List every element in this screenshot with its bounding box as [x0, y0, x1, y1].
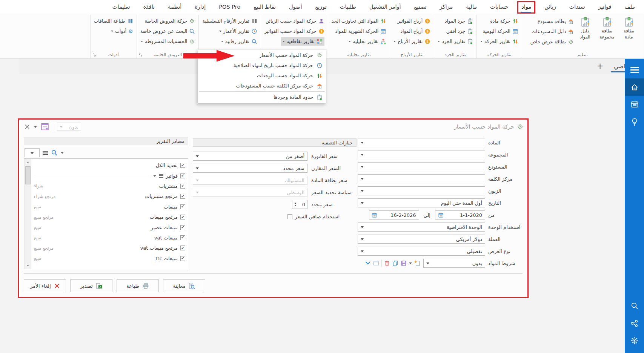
search-special-offers-button[interactable]: البحث عن عروض خاصة — [140, 26, 195, 36]
menu-item-materials-active[interactable]: مواد — [521, 4, 531, 10]
menu-item-orders[interactable]: طلبيات — [340, 4, 356, 10]
cancel-button[interactable]: إلغاء الأمر — [24, 279, 66, 292]
menu-item-file[interactable]: ملف — [624, 4, 635, 10]
menu-item-distribution[interactable]: توزيع — [315, 4, 326, 10]
sources-dropdown-button[interactable] — [25, 148, 40, 157]
add-tab-button[interactable]: + — [594, 62, 607, 70]
menu-item-customers[interactable]: زبائن — [544, 4, 556, 10]
source-row-sales[interactable]: مبيعاتمبيع — [34, 202, 185, 212]
scroll-down-button[interactable] — [25, 262, 31, 269]
checkbox-checked[interactable] — [180, 204, 185, 209]
menu-item-movement-by-units[interactable]: حركة المواد حسب الوحدات — [198, 71, 326, 81]
date-from-input[interactable]: 1-1-2020 — [446, 210, 485, 219]
window-icon[interactable] — [373, 260, 379, 266]
spinner-arrows[interactable] — [294, 203, 297, 206]
chevron-down-icon[interactable] — [153, 175, 156, 177]
horizontal-inventory-button[interactable]: جرد أفقي — [438, 26, 473, 36]
menu-item-cost-center-by-warehouses[interactable]: حركة مركز الكلفة حسب المستودعات — [198, 81, 326, 91]
inventory-reports-dropdown[interactable]: تقارير الجرد — [438, 36, 473, 46]
warehouse-combobox[interactable] — [358, 162, 485, 171]
sidebar-item-tips[interactable] — [625, 113, 644, 130]
source-row-ttc-sales[interactable]: مبيعات ttcمبيع — [34, 253, 185, 264]
source-row-purchases[interactable]: مشترياتشراء — [34, 181, 185, 191]
source-row-juice-sales[interactable]: مبيعات عصيرمبيع — [34, 222, 185, 232]
sidebar-item-settings[interactable] — [625, 332, 644, 349]
export-button[interactable]: تصدير — [70, 279, 112, 292]
search-icon[interactable] — [51, 149, 58, 156]
menu-item-assets[interactable]: أصول — [289, 4, 302, 10]
chevron-down-icon[interactable] — [61, 152, 64, 154]
currency-combobox[interactable]: دولار أمريكي — [358, 235, 485, 244]
menu-item-accounts[interactable]: حسابات — [490, 4, 508, 10]
print-labels-button[interactable]: طباعة اللصاقات — [94, 16, 133, 26]
checkbox-checked[interactable] — [180, 173, 185, 178]
group-combobox[interactable] — [358, 150, 485, 159]
group-card-button[interactable]: بطاقةمجموعة — [596, 16, 618, 47]
material-profits-button[interactable]: أرباح المواد — [393, 26, 430, 36]
group-menu-icon[interactable] — [159, 174, 163, 175]
warehouses-guide-button[interactable]: دليل المستودعات — [530, 26, 574, 37]
save-icon[interactable] — [401, 260, 407, 266]
date-range-combobox[interactable]: أول المدة حتى اليوم — [358, 198, 485, 207]
date-from-calendar-button[interactable] — [435, 210, 446, 219]
cost-center-combobox[interactable] — [358, 174, 485, 183]
checkbox-checked[interactable] — [180, 215, 185, 219]
analytical-reports-dropdown[interactable]: تقارير تحليلية — [332, 36, 387, 46]
net-price-checkbox-unchecked[interactable] — [287, 214, 292, 219]
preview-button[interactable]: معاينة — [163, 279, 205, 292]
material-conditions-combobox[interactable]: بدون — [423, 259, 485, 268]
movement-reports-dropdown[interactable]: تقارير الحركة — [480, 36, 518, 46]
date-to-input[interactable]: 16-2-2026 — [380, 210, 419, 219]
materials-guide-button[interactable]: دليلالمواد — [575, 16, 596, 47]
invoice-price-combobox[interactable]: أصغر من — [193, 152, 307, 161]
special-offers-movement-button[interactable]: حركة العروض الخاصة — [140, 16, 195, 26]
scroll-up-button[interactable] — [25, 159, 31, 166]
report-layout-icon[interactable] — [41, 123, 49, 131]
scrollbar-thumb[interactable] — [25, 166, 31, 184]
dialog-launcher-icon[interactable] — [92, 53, 96, 57]
menu-item-manufacturing[interactable]: تصنيع — [414, 4, 426, 10]
menu-item-systems[interactable]: أنظمة — [168, 4, 181, 10]
movement-by-customers-button[interactable]: حركة المواد حسب الزبائن — [264, 16, 324, 26]
menu-item-finance[interactable]: مالية — [466, 4, 477, 10]
source-row-select-all[interactable]: تحديد الكل — [34, 160, 185, 170]
checkbox-checked[interactable] — [180, 184, 185, 189]
source-row-invoices-group[interactable]: فواتير — [34, 170, 185, 181]
sidebar-item-share[interactable] — [625, 315, 644, 332]
profit-reports-dropdown[interactable]: تقارير الأرباح — [393, 36, 430, 46]
date-to-calendar-button[interactable] — [369, 210, 380, 219]
material-combobox[interactable] — [358, 138, 485, 147]
unit-usage-combobox[interactable]: الوحدة الافتراضية — [358, 223, 485, 232]
close-icon[interactable] — [24, 124, 30, 130]
age-reports-dropdown[interactable]: تقارير الأعمار — [202, 26, 257, 36]
source-row-sales-returns[interactable]: مرتجع مبيعاتمرتجع مبيع — [34, 212, 185, 222]
print-button[interactable]: طباعة — [117, 279, 159, 292]
menu-item-vouchers[interactable]: سندات — [569, 4, 585, 10]
conditional-discounts-dropdown[interactable]: الحسميات المشروطة — [140, 36, 195, 46]
hamburger-menu-button[interactable] — [625, 61, 644, 78]
source-row-purchase-returns[interactable]: مرتجع مشترياتمرتجع شراء — [34, 191, 185, 201]
menu-item-pos-pro[interactable]: POS Pro — [219, 4, 240, 10]
chevron-down-icon[interactable] — [34, 126, 37, 128]
source-row-vat-sales[interactable]: مبيعات vatمبيع — [34, 233, 185, 243]
checkbox-checked[interactable] — [180, 163, 185, 168]
sidebar-item-search[interactable] — [625, 297, 644, 315]
sidebar-item-home-selected[interactable] — [625, 78, 644, 96]
serial-numbers-reports-button[interactable]: تقارير الأرقام التسلسلية — [202, 16, 257, 26]
materials-exceeded-limit-button[interactable]: المواد التي تجاوزت الحد — [332, 16, 387, 26]
expand-chevron-icon[interactable] — [365, 260, 371, 266]
customer-combobox[interactable] — [358, 186, 485, 195]
sources-scrollbar[interactable] — [24, 159, 31, 269]
specific-price-spinner[interactable]: 0 — [292, 200, 307, 209]
menu-item-pos[interactable]: نقاط البيع — [254, 4, 276, 10]
special-offer-card-button[interactable]: بطاقة عرض خاص — [530, 37, 574, 47]
checkbox-checked[interactable] — [180, 194, 185, 199]
checkbox-checked[interactable] — [180, 225, 185, 230]
sidebar-item-calendar[interactable] — [625, 96, 644, 113]
daily-movement-button[interactable]: الحركة اليومية — [480, 26, 518, 36]
tools-dropdown[interactable]: ⚙أدوات — [94, 26, 133, 36]
dialog-launcher-icon[interactable] — [139, 53, 143, 57]
material-movement-button[interactable]: حركة مادة — [480, 16, 518, 26]
copy-icon[interactable] — [392, 260, 398, 266]
menu-item-window[interactable]: نافذة — [143, 4, 155, 10]
